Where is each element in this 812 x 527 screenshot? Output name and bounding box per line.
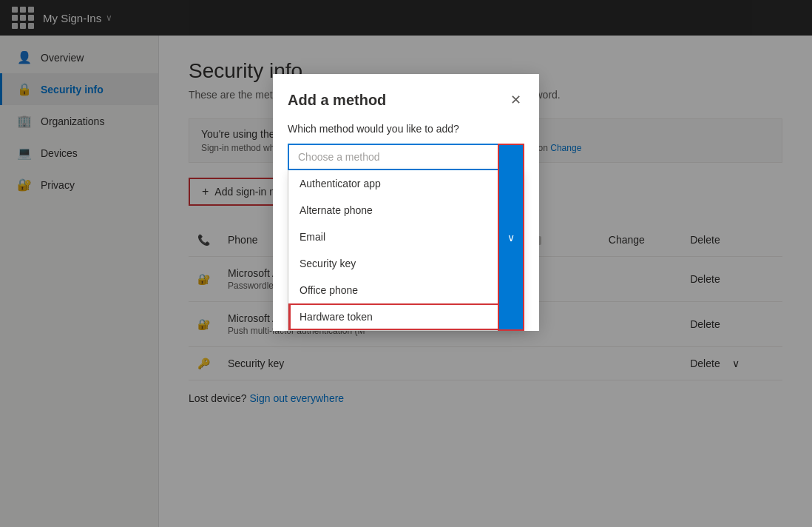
dropdown-item-alternate-phone[interactable]: Alternate phone: [288, 197, 524, 224]
dropdown-arrow-button[interactable]: ∨: [498, 144, 524, 331]
dropdown-item-security-key[interactable]: Security key: [288, 250, 524, 277]
choose-method-dropdown: Choose a method ∨ Authenticator app Alte…: [288, 144, 524, 331]
modal-subtitle: Which method would you like to add?: [288, 123, 524, 135]
add-method-modal: Add a method ✕ Which method would you li…: [273, 74, 539, 331]
dropdown-trigger[interactable]: Choose a method: [288, 144, 524, 170]
modal-body: Which method would you like to add? Choo…: [273, 117, 539, 331]
modal-header: Add a method ✕: [273, 74, 539, 117]
dropdown-item-email[interactable]: Email: [288, 224, 524, 250]
dropdown-item-hardware-token[interactable]: Hardware token: [288, 303, 524, 330]
modal-title: Add a method: [288, 92, 386, 109]
close-icon: ✕: [510, 93, 521, 107]
modal-overlay[interactable]: Add a method ✕ Which method would you li…: [0, 0, 812, 527]
modal-close-button[interactable]: ✕: [507, 89, 524, 111]
chevron-down-icon: ∨: [507, 232, 515, 244]
dropdown-placeholder: Choose a method: [298, 151, 380, 163]
dropdown-item-office-phone[interactable]: Office phone: [288, 277, 524, 303]
dropdown-item-authenticator-app[interactable]: Authenticator app: [288, 170, 524, 197]
dropdown-list: Authenticator app Alternate phone Email …: [288, 170, 524, 331]
